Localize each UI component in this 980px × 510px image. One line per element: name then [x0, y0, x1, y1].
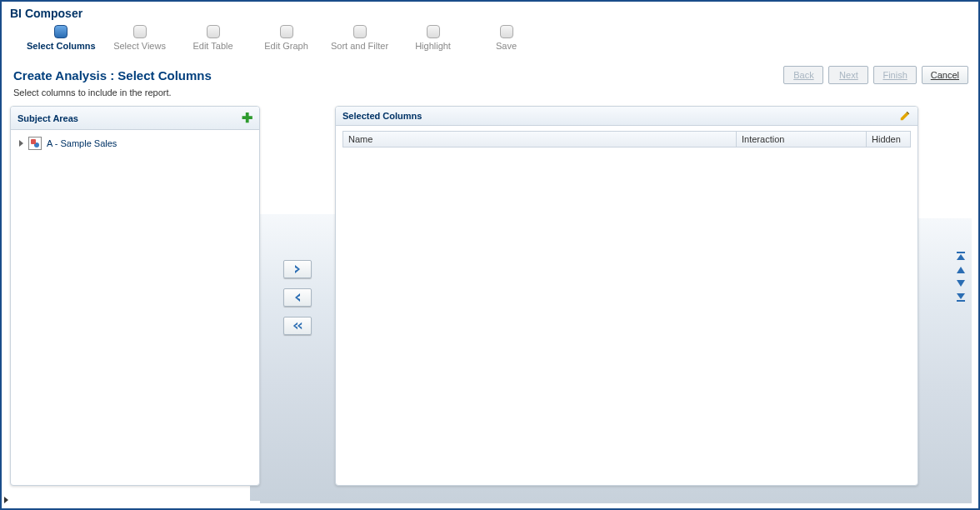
middle-band — [250, 214, 345, 501]
step-label: Edit Table — [192, 41, 232, 51]
page-title: Create Analysis : Select Columns — [13, 68, 212, 82]
step-label: Select Columns — [27, 41, 96, 51]
move-bottom-icon[interactable] — [955, 292, 967, 302]
wizard-step-select-views[interactable]: Select Views — [111, 25, 169, 51]
tree-item-label: A - Sample Sales — [47, 138, 117, 148]
step-label: Highlight — [415, 41, 451, 51]
step-indicator-icon — [207, 25, 220, 38]
move-down-icon[interactable] — [955, 278, 967, 288]
column-header-interaction[interactable]: Interaction — [737, 132, 867, 147]
wizard-step-save[interactable]: Save — [478, 25, 536, 51]
reorder-controls — [955, 252, 967, 302]
add-subject-area-icon[interactable]: ✚ — [242, 110, 252, 126]
step-indicator-icon — [54, 25, 68, 38]
step-indicator-icon — [353, 25, 367, 38]
tree-expand-icon[interactable] — [19, 140, 23, 147]
instruction-text: Select columns to include in the report. — [2, 86, 978, 106]
shuttle-controls — [260, 106, 335, 489]
cancel-button[interactable]: Cancel — [922, 66, 968, 84]
move-top-icon[interactable] — [955, 252, 967, 262]
column-header-name[interactable]: Name — [343, 132, 737, 147]
step-indicator-icon — [427, 25, 440, 38]
step-indicator-icon — [280, 25, 293, 38]
move-left-button[interactable] — [283, 288, 312, 307]
wizard-step-edit-graph[interactable]: Edit Graph — [258, 25, 316, 51]
wizard-step-highlight[interactable]: Highlight — [404, 25, 462, 51]
finish-button[interactable]: Finish — [873, 66, 916, 84]
back-button[interactable]: Back — [783, 66, 823, 84]
move-all-left-button[interactable] — [283, 317, 312, 335]
step-label: Save — [496, 41, 517, 51]
subject-areas-title: Subject Areas — [18, 113, 78, 123]
next-button[interactable]: Next — [828, 66, 868, 84]
app-title: BI Composer — [2, 2, 978, 23]
step-label: Sort and Filter — [331, 41, 388, 51]
svg-rect-0 — [957, 252, 965, 253]
column-header-hidden[interactable]: Hidden — [867, 132, 910, 147]
wizard-step-sort-filter[interactable]: Sort and Filter — [331, 25, 389, 51]
svg-rect-1 — [957, 300, 965, 302]
wizard-steps: Select Columns Select Views Edit Table E… — [2, 23, 978, 58]
move-right-button[interactable] — [283, 260, 312, 278]
step-label: Select Views — [113, 41, 166, 51]
selected-columns-panel: Selected Columns Name Interaction Hidden — [335, 106, 918, 486]
step-label: Edit Graph — [264, 41, 308, 51]
tree-item-sample-sales[interactable]: A - Sample Sales — [14, 135, 256, 152]
columns-table-header: Name Interaction Hidden — [342, 131, 911, 148]
nav-buttons: Back Next Finish Cancel — [783, 66, 968, 84]
wizard-step-edit-table[interactable]: Edit Table — [184, 25, 242, 51]
subject-areas-panel: Subject Areas ✚ A - Sample Sales — [10, 106, 260, 486]
edit-columns-icon[interactable] — [899, 110, 911, 122]
step-indicator-icon — [500, 25, 513, 38]
selected-columns-title: Selected Columns — [342, 111, 422, 121]
step-indicator-icon — [133, 25, 147, 38]
move-up-icon[interactable] — [955, 265, 967, 275]
subject-area-icon — [28, 137, 42, 150]
panel-resizer-icon[interactable] — [4, 497, 8, 503]
wizard-step-select-columns[interactable]: Select Columns — [27, 25, 96, 51]
